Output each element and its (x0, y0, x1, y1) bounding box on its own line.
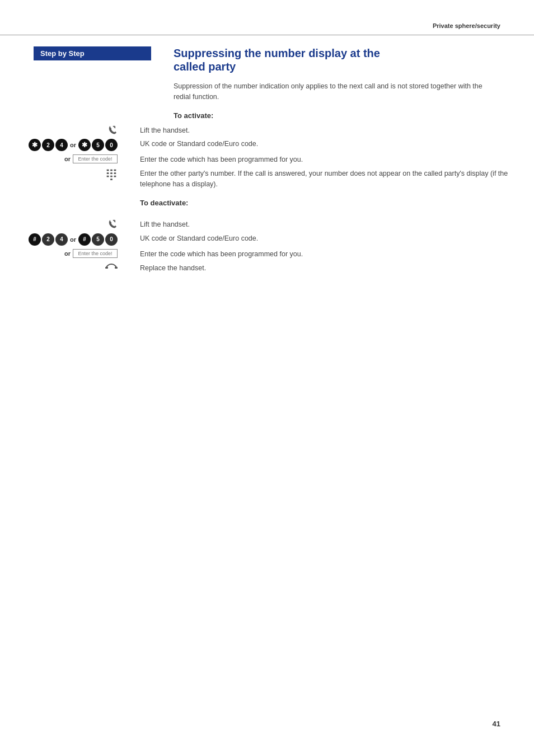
enter-code-area-activate: or (0, 154, 129, 163)
activate-code-group1: ✱ 2 4 (29, 139, 68, 151)
svg-rect-5 (114, 170, 116, 171)
step-enter-deactivate-text: Enter the code which has been programmed… (129, 249, 534, 260)
code-input-activate[interactable] (73, 154, 118, 163)
or-text-2: or (70, 236, 76, 243)
or-label-1: or (64, 156, 71, 162)
deactivate-sub-heading: To deactivate: (140, 198, 534, 209)
five-btn-2: 5 (92, 233, 104, 246)
main-content: Step by Step Suppressing the number disp… (0, 35, 534, 125)
deactivate-code-group2: # 5 0 (78, 233, 118, 246)
or-label-2: or (64, 250, 71, 257)
page-header: Private sphere/security (0, 0, 534, 35)
two-btn-2: 2 (42, 233, 54, 246)
keypad-icon-area (0, 168, 129, 181)
left-lift-icon-2 (0, 219, 129, 229)
lift-handset-icon-2 (107, 219, 118, 229)
left-panel: Step by Step (34, 35, 162, 125)
page-number: 41 (493, 720, 500, 728)
deactivate-heading: To deactivate: (129, 198, 534, 214)
step-code-activate: ✱ 2 4 or ✱ 5 0 UK code or Standard code/… (0, 139, 534, 151)
deactivate-code-group1: # 2 4 (29, 233, 68, 246)
svg-rect-8 (114, 172, 116, 174)
svg-rect-7 (110, 172, 113, 174)
step-code-deactivate: # 2 4 or # 5 0 UK code or Standard code/… (0, 233, 534, 246)
right-panel: Suppressing the number display at the ca… (162, 35, 500, 125)
page-header-title: Private sphere/security (433, 22, 500, 29)
activate-code-group2: ✱ 5 0 (78, 139, 118, 151)
svg-rect-4 (110, 170, 113, 171)
step-lift-activate: Lift the handset. (0, 125, 534, 136)
step-code-activate-text: UK code or Standard code/Euro code. (129, 139, 534, 149)
svg-rect-17 (115, 267, 118, 269)
svg-rect-16 (105, 267, 108, 269)
enter-code-area-deactivate: or (0, 249, 129, 258)
intro-text: Suppression of the number indication onl… (174, 81, 500, 102)
five-btn-1: 5 (92, 139, 104, 151)
code-input-deactivate[interactable] (73, 249, 118, 258)
step-replace-handset-text: Replace the handset. (129, 263, 534, 274)
svg-rect-6 (107, 172, 109, 174)
svg-rect-12 (110, 179, 113, 180)
hash-btn-1: # (29, 233, 41, 246)
step-by-step-box: Step by Step (34, 46, 151, 60)
step-number-activate-text: Enter the other party's number. If the c… (129, 168, 534, 190)
star-btn-2: ✱ (78, 139, 91, 151)
hash-btn-2: # (78, 233, 91, 246)
step-enter-deactivate: or Enter the code which has been program… (0, 249, 534, 260)
four-btn-1: 4 (55, 139, 68, 151)
step-enter-activate: or Enter the code which has been program… (0, 154, 534, 165)
two-btn-1: 2 (42, 139, 54, 151)
zero-btn-1: 0 (105, 139, 118, 151)
replace-handset-icon (105, 263, 118, 272)
step-number-activate: Enter the other party's number. If the c… (0, 168, 534, 190)
activate-heading: To activate: (174, 111, 500, 120)
deactivate-section: To deactivate: (0, 198, 534, 214)
svg-rect-9 (107, 176, 109, 177)
left-lift-icon (0, 125, 129, 135)
or-text-1: or (70, 142, 76, 148)
code-buttons-deactivate: # 2 4 or # 5 0 (0, 233, 129, 246)
four-btn-2: 4 (55, 233, 68, 246)
step-enter-activate-text: Enter the code which has been programmed… (129, 154, 534, 165)
zero-btn-2: 0 (105, 233, 118, 246)
svg-rect-10 (110, 176, 113, 177)
replace-handset-icon-area (0, 263, 129, 272)
lift-handset-icon (107, 125, 118, 135)
section-title: Suppressing the number display at the ca… (174, 46, 500, 73)
step-replace-handset: Replace the handset. (0, 263, 534, 274)
svg-rect-3 (107, 170, 109, 171)
code-buttons-activate: ✱ 2 4 or ✱ 5 0 (0, 139, 129, 151)
svg-rect-11 (114, 176, 116, 177)
step-lift-deactivate-text: Lift the handset. (129, 219, 534, 230)
step-code-deactivate-text: UK code or Standard code/Euro code. (129, 233, 534, 244)
star-btn-1: ✱ (29, 139, 41, 151)
step-lift-deactivate: Lift the handset. (0, 219, 534, 230)
keypad-icon (105, 168, 118, 181)
step-lift-activate-text: Lift the handset. (129, 125, 534, 136)
